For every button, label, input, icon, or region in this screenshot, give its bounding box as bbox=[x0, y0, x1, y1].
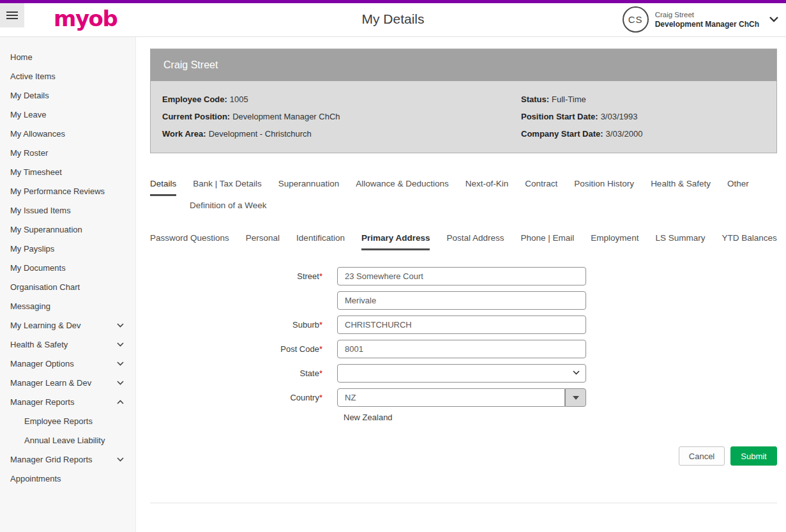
menu-icon-bar bbox=[6, 18, 18, 19]
summary-left-column: Employee Code:1005 Current Position:Deve… bbox=[162, 89, 521, 145]
tab-health-safety[interactable]: Health & Safety bbox=[651, 179, 711, 196]
employee-name-header: Craig Street bbox=[151, 49, 776, 81]
tab-identification[interactable]: Identification bbox=[296, 233, 345, 250]
sidebar-item-appointments[interactable]: Appointments bbox=[0, 469, 135, 488]
sidebar-item-messaging[interactable]: Messaging bbox=[0, 296, 135, 315]
tab-next-of-kin[interactable]: Next-of-Kin bbox=[465, 179, 509, 196]
tab-position-history[interactable]: Position History bbox=[574, 179, 634, 196]
country-dropdown-button[interactable] bbox=[565, 388, 586, 407]
user-name: Craig Street bbox=[655, 10, 759, 20]
summary-field: Work Area:Development - Christchurch bbox=[162, 128, 521, 141]
sidebar-item-my-roster[interactable]: My Roster bbox=[0, 143, 135, 162]
suburb-input[interactable] bbox=[337, 315, 586, 334]
user-info: Craig Street Development Manager ChCh bbox=[655, 10, 759, 29]
tab-other[interactable]: Other bbox=[727, 179, 749, 196]
sidebar-item-label: Active Items bbox=[10, 72, 56, 81]
sidebar-item-label: Manager Learn & Dev bbox=[10, 378, 91, 388]
tab-contract[interactable]: Contract bbox=[525, 179, 557, 196]
sidebar-item-my-performance-reviews[interactable]: My Performance Reviews bbox=[0, 181, 135, 201]
tab-employment[interactable]: Employment bbox=[591, 233, 639, 250]
tab-postal-address[interactable]: Postal Address bbox=[446, 233, 504, 250]
tab-bank-tax-details[interactable]: Bank | Tax Details bbox=[193, 179, 262, 196]
sidebar-item-label: My Allowances bbox=[10, 129, 65, 139]
tab-personal[interactable]: Personal bbox=[246, 233, 280, 250]
chevron-down-icon bbox=[117, 323, 124, 328]
sidebar-item-my-learning-dev[interactable]: My Learning & Dev bbox=[0, 315, 135, 335]
form-row-street: Street* bbox=[150, 267, 777, 285]
field-label-text: Post Code bbox=[280, 344, 319, 354]
suburb-label: Suburb* bbox=[150, 320, 322, 330]
hamburger-menu-button[interactable] bbox=[0, 3, 24, 27]
street-line2-input[interactable] bbox=[337, 291, 586, 310]
sidebar-item-health-safety[interactable]: Health & Safety bbox=[0, 335, 135, 354]
tab-superannuation[interactable]: Superannuation bbox=[278, 179, 339, 196]
tab-ls-summary[interactable]: LS Summary bbox=[655, 233, 705, 250]
sidebar-item-label: My Payslips bbox=[10, 244, 54, 254]
street-label: Street* bbox=[150, 271, 322, 281]
form-row-post-code: Post Code* bbox=[150, 340, 777, 358]
app-header: myob My Details CS Craig Street Developm… bbox=[0, 3, 786, 37]
tab-ytd-balances[interactable]: YTD Balances bbox=[722, 233, 776, 250]
required-marker: * bbox=[319, 344, 322, 354]
chevron-down-icon bbox=[117, 361, 124, 366]
sidebar-item-label: My Documents bbox=[10, 263, 66, 273]
sidebar-item-my-leave[interactable]: My Leave bbox=[0, 105, 135, 124]
state-select[interactable] bbox=[337, 364, 586, 383]
sidebar-item-active-items[interactable]: Active Items bbox=[0, 66, 135, 86]
summary-field-value: Full-Time bbox=[552, 95, 586, 104]
sidebar-item-annual-leave-liability[interactable]: Annual Leave Liability bbox=[0, 430, 135, 450]
tab-phone-email[interactable]: Phone | Email bbox=[521, 233, 575, 250]
summary-field: Company Start Date:3/03/2000 bbox=[521, 128, 765, 141]
submit-button[interactable]: Submit bbox=[730, 446, 776, 466]
required-marker: * bbox=[319, 271, 322, 281]
user-menu[interactable]: CS Craig Street Development Manager ChCh bbox=[623, 6, 778, 33]
sidebar-item-label: My Details bbox=[10, 91, 49, 100]
sidebar-item-my-timesheet[interactable]: My Timesheet bbox=[0, 162, 135, 181]
primary-tabs-row2: Definition of a Week bbox=[150, 201, 777, 216]
sidebar-item-my-issued-items[interactable]: My Issued Items bbox=[0, 201, 135, 220]
sidebar-item-manager-learn-dev[interactable]: Manager Learn & Dev bbox=[0, 373, 135, 392]
sidebar-item-my-documents[interactable]: My Documents bbox=[0, 258, 135, 277]
primary-tabs: Details Bank | Tax Details Superannuatio… bbox=[150, 179, 777, 196]
user-role: Development Manager ChCh bbox=[655, 20, 759, 29]
sidebar-item-my-superannuation[interactable]: My Superannuation bbox=[0, 220, 135, 239]
main-content: Craig Street Employee Code:1005 Current … bbox=[136, 37, 786, 532]
cancel-button[interactable]: Cancel bbox=[679, 446, 725, 466]
summary-field: Position Start Date:3/03/1993 bbox=[521, 110, 765, 123]
tab-primary-address[interactable]: Primary Address bbox=[361, 233, 430, 250]
sidebar-item-label: Messaging bbox=[10, 301, 50, 311]
sidebar-item-label: My Learning & Dev bbox=[10, 321, 81, 330]
content-divider bbox=[150, 503, 777, 503]
tab-definition-of-a-week[interactable]: Definition of a Week bbox=[190, 201, 267, 216]
employee-summary-card: Craig Street Employee Code:1005 Current … bbox=[150, 49, 777, 153]
sidebar-item-home[interactable]: Home bbox=[0, 47, 135, 66]
summary-field-value: Development Manager ChCh bbox=[232, 112, 340, 121]
avatar: CS bbox=[623, 6, 649, 33]
summary-field: Status:Full-Time bbox=[521, 93, 765, 106]
sidebar-item-organisation-chart[interactable]: Organisation Chart bbox=[0, 277, 135, 296]
required-marker: * bbox=[319, 369, 322, 378]
country-input[interactable] bbox=[337, 388, 565, 407]
chevron-down-icon bbox=[117, 342, 124, 347]
sidebar-item-label: My Leave bbox=[10, 110, 46, 119]
summary-field: Employee Code:1005 bbox=[162, 93, 521, 106]
chevron-down-icon[interactable] bbox=[769, 17, 778, 22]
sidebar-item-manager-grid-reports[interactable]: Manager Grid Reports bbox=[0, 450, 135, 469]
primary-address-form: Street* Suburb* Post Code* State* bbox=[150, 267, 777, 422]
sidebar-item-manager-options[interactable]: Manager Options bbox=[0, 354, 135, 373]
tab-details[interactable]: Details bbox=[150, 179, 176, 196]
sidebar-item-employee-reports[interactable]: Employee Reports bbox=[0, 411, 135, 430]
sidebar-item-label: Health & Safety bbox=[10, 340, 68, 349]
summary-field-value: 3/03/2000 bbox=[606, 129, 643, 139]
sidebar-item-my-payslips[interactable]: My Payslips bbox=[0, 239, 135, 258]
summary-field-value: 1005 bbox=[230, 95, 248, 104]
sidebar-item-my-details[interactable]: My Details bbox=[0, 86, 135, 105]
sidebar-item-my-allowances[interactable]: My Allowances bbox=[0, 124, 135, 143]
post-code-input[interactable] bbox=[337, 340, 586, 358]
tab-password-questions[interactable]: Password Questions bbox=[150, 233, 229, 250]
state-label: State* bbox=[150, 369, 322, 378]
sidebar-item-manager-reports[interactable]: Manager Reports bbox=[0, 392, 135, 411]
street-input[interactable] bbox=[337, 267, 586, 285]
tab-allowance-deductions[interactable]: Allowance & Deductions bbox=[356, 179, 449, 196]
summary-field-label: Status: bbox=[521, 95, 549, 104]
